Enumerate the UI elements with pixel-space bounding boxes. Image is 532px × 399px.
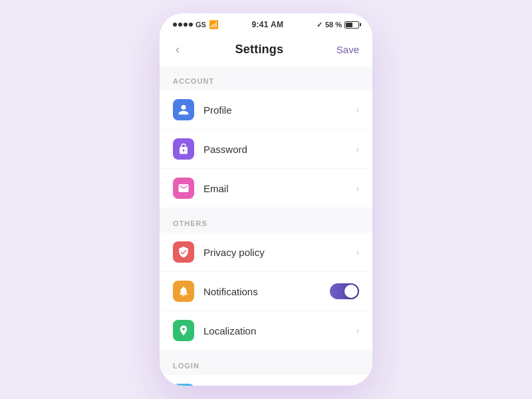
app-header: ‹ Settings Save [160, 33, 372, 68]
status-right: ✓ 58 % [317, 21, 359, 29]
section-items-login: Log out [160, 375, 372, 386]
section-account: ACCOUNT Profile › [160, 68, 372, 207]
bluetooth-icon: ✓ [317, 21, 323, 29]
email-chevron: › [356, 183, 359, 194]
section-items-others: Privacy policy › Notifications [160, 233, 372, 350]
settings-item-notifications[interactable]: Notifications [160, 272, 372, 311]
privacy-label: Privacy policy [203, 247, 356, 258]
profile-icon [173, 99, 194, 120]
section-header-others: OTHERS [160, 210, 372, 233]
email-icon [173, 178, 194, 199]
localization-chevron: › [356, 325, 359, 336]
save-button[interactable]: Save [336, 44, 359, 55]
notifications-icon [173, 281, 194, 302]
section-items-account: Profile › Password › [160, 90, 372, 207]
password-icon [173, 138, 194, 160]
toggle-track [330, 283, 359, 299]
settings-item-logout[interactable]: Log out [160, 375, 372, 386]
profile-chevron: › [356, 104, 359, 115]
battery-fill [346, 23, 352, 27]
password-label: Password [203, 144, 356, 155]
privacy-chevron: › [356, 247, 359, 257]
profile-label: Profile [203, 104, 356, 116]
battery-percent: 58 % [325, 21, 342, 29]
page-title: Settings [235, 43, 284, 57]
settings-item-password[interactable]: Password › [160, 130, 372, 169]
email-label: Email [203, 183, 356, 194]
toggle-thumb [344, 285, 358, 298]
settings-item-email[interactable]: Email › [160, 169, 372, 207]
section-login: LOGIN Log out [160, 352, 372, 386]
section-others: OTHERS Privacy policy › [160, 210, 372, 350]
localization-icon [173, 320, 194, 341]
section-header-account: ACCOUNT [160, 68, 372, 90]
password-chevron: › [356, 144, 359, 154]
wifi-icon: 📶 [209, 20, 219, 29]
notifications-toggle[interactable] [330, 283, 359, 299]
logout-icon [173, 384, 194, 386]
section-header-login: LOGIN [160, 352, 372, 375]
notifications-label: Notifications [203, 286, 330, 297]
status-left: GS 📶 [173, 20, 219, 29]
signal-dots [173, 23, 193, 27]
battery-icon [344, 21, 359, 29]
settings-item-privacy[interactable]: Privacy policy › [160, 233, 372, 272]
privacy-icon [173, 241, 194, 263]
localization-label: Localization [203, 325, 356, 336]
phone-container: GS 📶 9:41 AM ✓ 58 % ‹ Settings Save ACCO… [160, 13, 372, 386]
back-button[interactable]: ‹ [173, 40, 182, 59]
settings-item-profile[interactable]: Profile › [160, 90, 372, 130]
time-label: 9:41 AM [252, 20, 284, 29]
carrier-label: GS [196, 21, 206, 29]
settings-content: ACCOUNT Profile › [160, 68, 372, 386]
status-bar: GS 📶 9:41 AM ✓ 58 % [160, 13, 372, 33]
settings-item-localization[interactable]: Localization › [160, 311, 372, 350]
